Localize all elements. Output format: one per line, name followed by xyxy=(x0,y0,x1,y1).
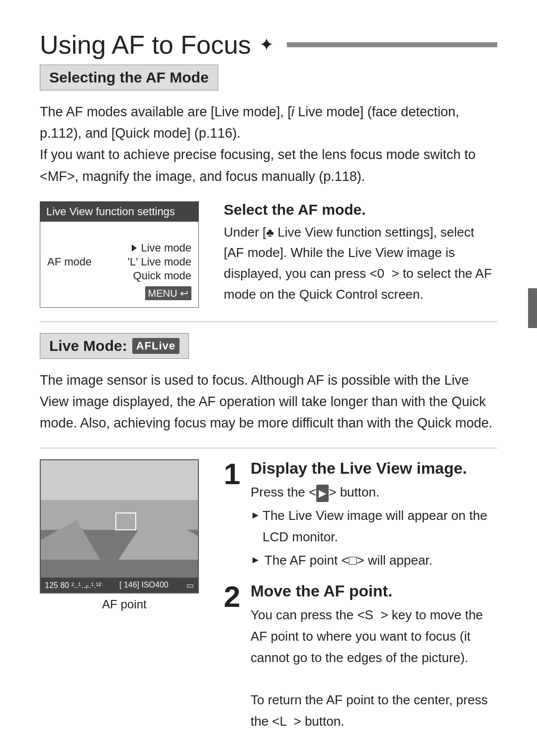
menu-row-label: AF mode xyxy=(47,255,91,268)
step1-body: Press the <▶> button. ► The Live View im… xyxy=(251,482,497,571)
step2-container: 2 Move the AF point. You can press the <… xyxy=(224,582,497,732)
intro-text: The AF modes available are [Live mode], … xyxy=(40,101,497,187)
step1-bullet2-text: The AF point <□> will appear. xyxy=(265,550,433,571)
intro-line1: The AF modes available are [Live mode], … xyxy=(40,104,459,141)
title-bar xyxy=(287,42,497,47)
live-mode-heading: Live Mode: AFLive xyxy=(40,333,189,359)
step1-bullet2: ► The AF point <□> will appear. xyxy=(251,550,497,571)
step2-content: Move the AF point. You can press the <S … xyxy=(251,582,497,732)
lcd-af-box xyxy=(115,512,136,530)
step2-number: 2 xyxy=(224,582,244,612)
select-af-title: Select the AF mode. xyxy=(224,201,497,218)
menu-option1: Live mode xyxy=(132,242,191,254)
step-instruction-column: Select the AF mode. Under [♣︎ Live View … xyxy=(224,201,497,305)
triangle-icon xyxy=(132,245,137,252)
menu-body: AF mode Live mode 'L' Live mode Quick mo… xyxy=(40,222,198,307)
live-mode-label: Live Mode: xyxy=(49,337,127,354)
step1-content: Display the Live View image. Press the <… xyxy=(251,459,497,571)
lcd-image-column: 125 80 ²..¹..ₚ.¹.¹² [ 146] ISO400 ▭ AF p… xyxy=(40,459,209,611)
step1-title: Display the Live View image. xyxy=(251,459,497,478)
menu-af-row: AF mode Live mode 'L' Live mode Quick mo… xyxy=(40,240,198,284)
step1-container: 1 Display the Live View image. Press the… xyxy=(224,459,497,571)
lcd-status-right: [ 146] ISO400 xyxy=(119,581,169,589)
steps-right-column: 1 Display the Live View image. Press the… xyxy=(224,459,497,743)
af-live-badge: AFLive xyxy=(132,338,179,354)
page-title-container: Using AF to Focus ✦ xyxy=(40,30,497,60)
lcd-battery-icon: ▭ xyxy=(186,581,194,590)
step2-title: Move the AF point. xyxy=(251,582,497,600)
menu-column: Live View function settings AF mode Live… xyxy=(40,201,209,308)
select-af-body: Under [♣︎ Live View function settings], … xyxy=(224,222,497,305)
menu-footer: MENU ↩ xyxy=(40,284,198,303)
lcd-status-bar: 125 80 ²..¹..ₚ.¹.¹² [ 146] ISO400 ▭ xyxy=(41,578,198,592)
live-mode-text: The image sensor is used to focus. Altho… xyxy=(40,370,497,434)
right-accent-bar xyxy=(528,288,537,328)
section1-heading: Selecting the AF Mode xyxy=(40,65,218,90)
divider2 xyxy=(40,448,497,448)
step1-bullet1-text: The Live View image will appear on the L… xyxy=(263,505,497,548)
af-mode-section: Live View function settings AF mode Live… xyxy=(40,201,497,308)
bullet-arrow1: ► xyxy=(251,507,259,523)
step2-body: You can press the <S > key to move the A… xyxy=(251,604,497,732)
page-container: Using AF to Focus ✦ Selecting the AF Mod… xyxy=(0,0,537,756)
camera-lcd: 125 80 ²..¹..ₚ.¹.¹² [ 146] ISO400 ▭ xyxy=(40,459,199,593)
menu-icon: MENU ↩ xyxy=(145,286,191,300)
step1-bullet1: ► The Live View image will appear on the… xyxy=(251,505,497,548)
intro-line2: If you want to achieve precise focusing,… xyxy=(40,147,475,183)
menu-title: Live View function settings xyxy=(40,202,198,222)
title-star: ✦ xyxy=(259,34,274,55)
menu-screenshot: Live View function settings AF mode Live… xyxy=(40,201,199,308)
page-title: Using AF to Focus xyxy=(40,30,251,60)
step1-number: 1 xyxy=(224,459,244,489)
af-point-label: AF point xyxy=(40,597,209,611)
divider1 xyxy=(40,322,497,322)
lcd-sky xyxy=(41,460,198,500)
lcd-status-left: 125 80 ²..¹..ₚ.¹.¹² xyxy=(45,581,101,590)
bullet-arrow2: ► xyxy=(251,552,261,568)
menu-option3: Quick mode xyxy=(133,269,191,282)
steps-section: 125 80 ²..¹..ₚ.¹.¹² [ 146] ISO400 ▭ AF p… xyxy=(40,459,497,743)
menu-options: Live mode 'L' Live mode Quick mode xyxy=(128,242,191,282)
menu-option2: 'L' Live mode xyxy=(128,255,191,268)
